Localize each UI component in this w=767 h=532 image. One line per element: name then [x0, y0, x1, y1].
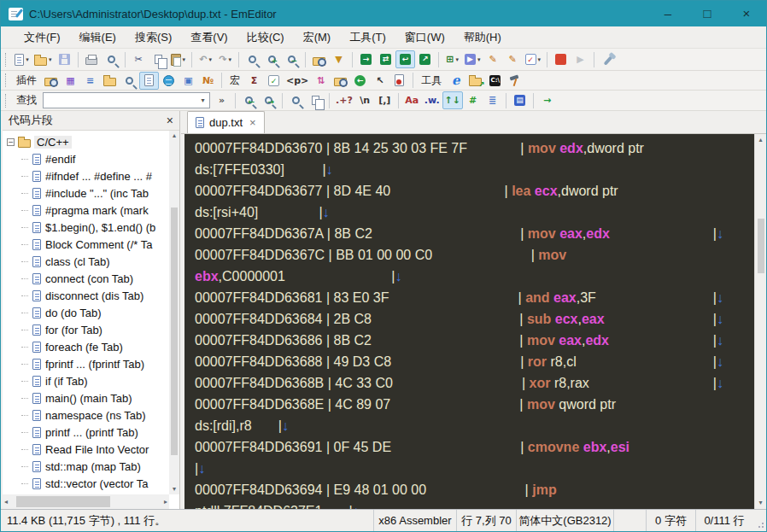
- regex-icon[interactable]: .+?: [333, 91, 355, 109]
- scroll-down-icon[interactable]: ▾: [755, 498, 766, 508]
- snippet-item[interactable]: #pragma mark (mark: [3, 202, 169, 219]
- status-cell[interactable]: [613, 510, 646, 531]
- zoom-out-icon[interactable]: −: [282, 50, 302, 68]
- snippet-item[interactable]: Read File Into Vector: [3, 441, 169, 458]
- dropdown-arrow-icon[interactable]: ▾: [49, 56, 52, 63]
- bookmark-lines-icon[interactable]: ≣: [483, 91, 502, 109]
- save-icon[interactable]: [55, 50, 74, 68]
- maximize-button[interactable]: □: [688, 1, 727, 26]
- snippet-item[interactable]: connect (con Tab): [3, 270, 169, 287]
- count-matches-icon[interactable]: #: [463, 91, 483, 109]
- menu-item[interactable]: 搜索(S): [126, 30, 181, 45]
- search-updown-icon[interactable]: ↑↓: [442, 91, 463, 109]
- dropdown-arrow-icon[interactable]: ▾: [538, 56, 542, 63]
- filter-icon[interactable]: ▼: [329, 50, 348, 68]
- scroll-right-icon[interactable]: ▸: [164, 497, 167, 507]
- redo-icon[interactable]: ↷▾: [215, 50, 235, 68]
- sidebar-horizontal-scrollbar[interactable]: ◂ ▸: [3, 494, 169, 509]
- plugin-snippets-icon[interactable]: [139, 72, 159, 90]
- snippet-item[interactable]: if (if Tab): [3, 372, 169, 389]
- combobox-arrow-icon[interactable]: ▾: [196, 96, 209, 104]
- zoom-in-icon[interactable]: +: [262, 50, 282, 68]
- print-preview-icon[interactable]: [102, 50, 121, 68]
- menu-item[interactable]: 查看(V): [181, 30, 237, 45]
- macro-check-icon[interactable]: ✓: [264, 72, 284, 90]
- editor-vertical-scrollbar[interactable]: ▴ ▾: [754, 134, 766, 509]
- snippet-item[interactable]: #ifndef ... #define ... #: [3, 167, 169, 184]
- menu-item[interactable]: 宏(M): [294, 30, 341, 45]
- snippet-item[interactable]: #endif: [3, 150, 169, 167]
- findbar-more-icon[interactable]: »: [212, 91, 231, 109]
- plugin-transfer-icon[interactable]: ▣: [179, 72, 198, 90]
- record-macro-icon[interactable]: ✎: [483, 50, 503, 68]
- snippet-item[interactable]: printf ... (printf Tab): [3, 424, 169, 441]
- macro-log-icon[interactable]: [389, 72, 409, 90]
- plugin-openfiles-icon[interactable]: ▦: [61, 72, 80, 90]
- plugin-search-icon[interactable]: [120, 72, 139, 90]
- dropdown-arrow-icon[interactable]: ▾: [477, 56, 481, 63]
- wrap-by-page-icon[interactable]: ↗: [415, 50, 435, 68]
- tool-hammer-icon[interactable]: [505, 72, 524, 90]
- undo-icon[interactable]: ↶▾: [196, 50, 215, 68]
- tool-folder-icon[interactable]: ↗: [465, 72, 485, 90]
- outline-icon[interactable]: ⊞▾: [442, 50, 462, 68]
- run-to-cursor-icon[interactable]: ▶: [571, 50, 590, 68]
- macro-html-icon[interactable]: <p>: [284, 72, 311, 90]
- display-options-icon[interactable]: ▤: [510, 91, 530, 109]
- status-cell[interactable]: 0/111 行: [695, 510, 752, 531]
- open-file-icon[interactable]: ▾: [32, 50, 55, 68]
- tab-dup-txt[interactable]: dup.txt ×: [187, 111, 265, 133]
- tab-close-icon[interactable]: ×: [249, 116, 256, 129]
- run-macro-icon[interactable]: ▶▾: [462, 50, 483, 68]
- scroll-up-icon[interactable]: ▴: [755, 135, 766, 145]
- whole-word-icon[interactable]: .w.: [422, 91, 442, 109]
- scrollbar-thumb[interactable]: [16, 496, 110, 507]
- dropdown-arrow-icon[interactable]: ▾: [26, 56, 29, 63]
- macro-swap-icon[interactable]: ⇅: [311, 72, 331, 90]
- copy-results-icon[interactable]: [306, 91, 325, 109]
- scrollbar-thumb[interactable]: [171, 208, 178, 455]
- wrap-by-window-icon[interactable]: ⇄: [376, 50, 395, 68]
- find-input[interactable]: [44, 94, 196, 107]
- find-all-icon[interactable]: [286, 91, 306, 109]
- match-case-icon[interactable]: Aa: [402, 91, 422, 109]
- new-file-icon[interactable]: ▾: [12, 50, 32, 68]
- status-cell[interactable]: 行 7,列 70: [456, 510, 516, 531]
- copy-icon[interactable]: [149, 50, 168, 68]
- stop-icon[interactable]: [551, 50, 571, 68]
- plugin-webpreview-icon[interactable]: [159, 72, 179, 90]
- snippet-item[interactable]: $1.begin(), $1.end() (b: [3, 219, 169, 236]
- advanced-icon[interactable]: →: [537, 91, 557, 109]
- dropdown-arrow-icon[interactable]: ▾: [183, 56, 186, 63]
- resize-grip[interactable]: [752, 510, 766, 531]
- sidebar-vertical-scrollbar[interactable]: ▴ ▾: [169, 131, 179, 494]
- dropdown-arrow-icon[interactable]: ▾: [455, 56, 459, 63]
- menu-item[interactable]: 编辑(E): [70, 30, 126, 45]
- menu-item[interactable]: 比较(C): [237, 30, 294, 45]
- snippet-item[interactable]: std::map (map Tab): [3, 458, 169, 475]
- scroll-left-icon[interactable]: ◂: [4, 497, 8, 507]
- find-next-icon[interactable]: →: [259, 91, 278, 109]
- status-cell[interactable]: 简体中文(GB2312): [516, 510, 613, 531]
- snippet-item[interactable]: class (cl Tab): [3, 253, 169, 270]
- select-macro-icon[interactable]: ✓▾: [523, 50, 544, 68]
- snippet-item[interactable]: for (for Tab): [3, 321, 169, 338]
- record-options-icon[interactable]: ✎: [503, 50, 523, 68]
- snippet-item[interactable]: std::vector (vector Ta: [3, 475, 169, 492]
- dropdown-arrow-icon[interactable]: ▾: [208, 56, 212, 63]
- status-cell[interactable]: x86 Assembler: [373, 510, 456, 531]
- escape-seq-icon[interactable]: \n: [355, 91, 375, 109]
- zoom-icon[interactable]: [243, 50, 262, 68]
- macro-find-icon[interactable]: [331, 72, 350, 90]
- panel-close-icon[interactable]: ×: [167, 114, 173, 126]
- macro-back-icon[interactable]: ←: [350, 72, 370, 90]
- snippet-item[interactable]: namespace (ns Tab): [3, 406, 169, 424]
- plugin-explorer-icon[interactable]: [41, 72, 61, 90]
- plugin-projects-icon[interactable]: [100, 72, 120, 90]
- macro-sigma-icon[interactable]: Σ: [244, 72, 264, 90]
- snippet-item[interactable]: #include "..." (inc Tab: [3, 184, 169, 202]
- find-in-files-icon[interactable]: [309, 50, 329, 68]
- find-previous-icon[interactable]: ←: [239, 91, 259, 109]
- menu-item[interactable]: 文件(F): [15, 30, 70, 45]
- menu-item[interactable]: 帮助(H): [454, 30, 511, 45]
